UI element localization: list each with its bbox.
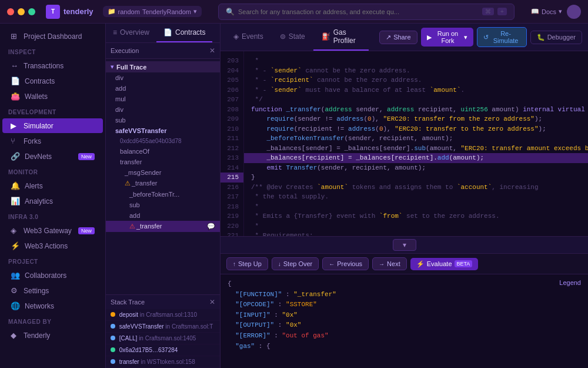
next-button[interactable]: → Next xyxy=(372,257,407,270)
trace-item[interactable]: add xyxy=(106,83,220,94)
trace-addr-item[interactable]: 0xdcd6455ae04b03d78 xyxy=(106,136,220,146)
code-line-highlighted: _balances[recipient] = _balances[recipie… xyxy=(244,153,588,163)
search-bar[interactable]: 🔍 ⌘ + xyxy=(218,4,514,20)
collaborators-icon: 👥 xyxy=(11,271,20,280)
code-line: _balances[sender] = _balances[sender].su… xyxy=(244,144,588,154)
json-line: { xyxy=(228,279,581,290)
sidebar-item-label: Forks xyxy=(24,137,41,145)
evaluate-label: Evaluate xyxy=(427,260,452,267)
code-line: } xyxy=(244,173,588,183)
networks-icon: 🌐 xyxy=(11,301,20,310)
sidebar-item-networks[interactable]: 🌐 Networks xyxy=(2,299,103,313)
panel-tabs: ≡ Overview 📄 Contracts xyxy=(106,24,220,43)
tab-label: Overview xyxy=(120,28,149,37)
trace-item[interactable]: mul xyxy=(106,94,220,104)
docs-button[interactable]: 📖 Docs ▾ xyxy=(531,8,562,15)
chevron-down-icon: ▾ xyxy=(464,34,467,41)
trace-item[interactable]: sub xyxy=(106,200,220,210)
trace-item[interactable]: div xyxy=(106,72,220,83)
collapse-button[interactable]: ▾ xyxy=(393,239,416,251)
stack-trace-title: Stack Trace xyxy=(111,299,145,306)
trace-item-error[interactable]: ⚠_transfer 💬 xyxy=(106,221,220,232)
trace-item[interactable]: add xyxy=(106,210,220,221)
tab-overview[interactable]: ≡ Overview xyxy=(106,24,156,42)
maximize-button[interactable] xyxy=(28,8,35,15)
sidebar-item-web3gateway[interactable]: ◈ Web3 Gateway New xyxy=(2,223,103,238)
simulator-icon: ▶ xyxy=(11,121,19,130)
sidebar-item-simulator[interactable]: ▶ Simulator xyxy=(2,118,103,133)
trace-item[interactable]: div xyxy=(106,104,220,115)
debugger-button[interactable]: 🐛 Debugger xyxy=(530,31,582,44)
avatar[interactable] xyxy=(567,5,581,19)
stack-item[interactable]: 0x6a2d17B5…637284 xyxy=(106,344,220,356)
arrow-icon: ↓ xyxy=(278,261,281,267)
sidebar-item-forks[interactable]: ⑂ Forks xyxy=(2,134,103,148)
run-icon: ▶ xyxy=(427,34,432,41)
legend-link[interactable]: Legend xyxy=(559,279,581,286)
analytics-icon: 📊 xyxy=(11,197,20,205)
previous-button[interactable]: ← Previous xyxy=(322,257,369,270)
close-button[interactable] xyxy=(7,8,14,15)
sidebar-item-transactions[interactable]: ↔ Transactions xyxy=(2,58,103,73)
share-button[interactable]: ↗ Share xyxy=(379,31,417,44)
stack-item[interactable]: safeVVSTransfer in Craftsman.sol:T xyxy=(106,321,220,333)
project-folder: random xyxy=(118,8,140,15)
code-line: * xyxy=(244,221,588,231)
tab-gas-profiler[interactable]: ⛽ Gas Profiler xyxy=(313,24,369,51)
code-line: * - `sender` cannot be the zero address. xyxy=(244,66,588,76)
sidebar-item-analytics[interactable]: 📊 Analytics xyxy=(2,194,103,208)
stack-fn-loc: in Craftsman.sol:T xyxy=(165,323,213,330)
stack-item[interactable]: deposit in Craftsman.sol:1310 xyxy=(106,309,220,321)
sidebar-item-devnets[interactable]: 🔗 DevNets New xyxy=(2,149,103,164)
run-fork-button[interactable]: ▶ Run on Fork ▾ xyxy=(421,28,474,47)
close-stack-button[interactable]: ✕ xyxy=(209,298,215,306)
trace-item[interactable]: _beforeTokenTr... xyxy=(106,189,220,200)
resimulate-button[interactable]: ↺ Re-Simulate xyxy=(477,27,526,47)
logo[interactable]: T tenderly xyxy=(46,5,93,19)
step-over-button[interactable]: ↓ Step Over xyxy=(272,257,319,270)
sidebar-item-wallets[interactable]: 👛 Wallets xyxy=(2,89,103,104)
trace-item[interactable]: _msgSender xyxy=(106,167,220,178)
sidebar-item-alerts[interactable]: 🔔 Alerts xyxy=(2,178,103,193)
status-dot xyxy=(111,347,115,352)
trace-item-warn[interactable]: ⚠_transfer xyxy=(106,178,220,189)
debug-label: Debugger xyxy=(547,34,576,41)
sidebar-item-project-dashboard[interactable]: ⊞ Project Dashboard xyxy=(2,29,103,44)
trace-item[interactable]: sub xyxy=(106,115,220,125)
evaluate-button[interactable]: ⚡ Evaluate BETA xyxy=(410,258,479,270)
stack-item[interactable]: transfer in WSTtoken.sol:158 xyxy=(106,356,220,368)
code-line: emit Transfer(sender, recipient, amount)… xyxy=(244,163,588,173)
trace-item[interactable]: balanceOf xyxy=(106,146,220,157)
sidebar-item-settings[interactable]: ⚙ Settings xyxy=(2,283,103,298)
stack-item[interactable]: [CALL] in Craftsman.sol:1405 xyxy=(106,333,220,344)
sidebar-item-web3actions[interactable]: ⚡ Web3 Actions xyxy=(2,238,103,253)
sidebar-item-tenderly[interactable]: ◆ Tenderly xyxy=(2,328,103,343)
code-content: * * - `sender` cannot be the zero addres… xyxy=(244,51,588,236)
project-selector[interactable]: 📁 random TenderlyRandom ▾ xyxy=(103,6,202,17)
tab-contracts[interactable]: 📄 Contracts xyxy=(156,24,212,42)
error-icon: ⚠ xyxy=(129,223,135,230)
code-line: * xyxy=(244,202,588,212)
tab-events[interactable]: ◈ Events xyxy=(225,28,272,47)
step-up-button[interactable]: ↑ Step Up xyxy=(226,257,268,270)
trace-item[interactable]: transfer xyxy=(106,157,220,167)
minimize-button[interactable] xyxy=(18,8,25,15)
sidebar-item-label: Web3 Actions xyxy=(25,242,68,250)
sidebar-item-label: Simulator xyxy=(24,122,54,130)
code-panel-header: ◈ Events ⊚ State ⛽ Gas Profiler ↗ Share xyxy=(220,24,588,51)
sidebar-item-contracts[interactable]: 📄 Contracts xyxy=(2,74,103,88)
close-execution-button[interactable]: ✕ xyxy=(209,47,215,55)
stack-fn-name: 0x6a2d17B5…637284 xyxy=(119,347,178,353)
search-input[interactable] xyxy=(238,8,479,15)
chevron-down-icon: ▾ xyxy=(559,8,562,15)
full-trace-item[interactable]: ▾ Full Trace xyxy=(106,61,220,72)
trace-group-item[interactable]: safeVVSTransfer xyxy=(106,125,220,136)
dashboard-icon: ⊞ xyxy=(11,32,19,41)
navigation-buttons: ↑ Step Up ↓ Step Over ← Previous → Next … xyxy=(220,253,588,274)
chevron-down-icon: ▾ xyxy=(193,8,197,15)
stack-fn-name: deposit xyxy=(119,311,138,318)
share-icon: ↗ xyxy=(386,34,391,41)
tab-state[interactable]: ⊚ State xyxy=(272,28,313,47)
sidebar-item-label: Analytics xyxy=(25,197,53,205)
sidebar-item-collaborators[interactable]: 👥 Collaborators xyxy=(2,268,103,283)
